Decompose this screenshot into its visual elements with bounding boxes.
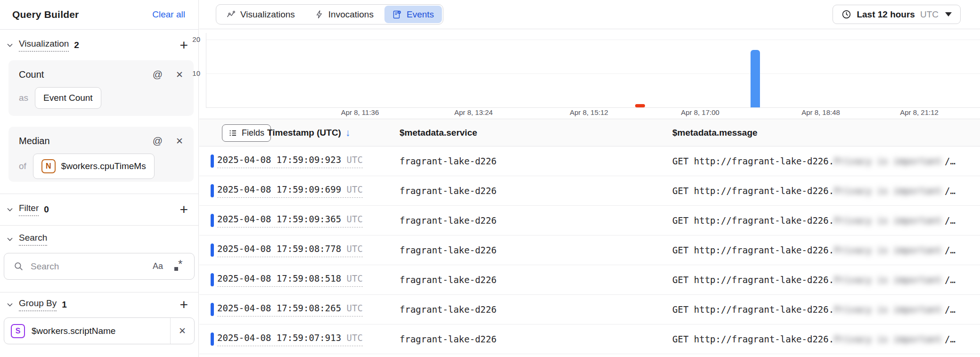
redacted-text: Privacy is important [834,245,942,255]
tab-invocations[interactable]: Invocations [305,5,384,24]
event-count-field-button[interactable]: Event Count [35,87,101,109]
tab-label: Invocations [328,9,374,20]
visualization-card-median: Median @ ✕ of N $workers.cpuTimeMs [8,127,194,182]
redacted-text: Privacy is important [834,186,942,196]
caret-down-icon [945,12,952,16]
clock-icon [841,9,851,19]
x-tick-label: Apr 8, 11:36 [327,108,393,116]
card-title: Median [19,136,153,146]
visualization-section-label[interactable]: Visualization [19,39,69,52]
time-range-selector[interactable]: Last 12 hours UTC [833,5,961,24]
page-title: Query Builder [12,9,79,20]
redacted-text: Privacy is important [834,215,942,226]
timestamp-cell[interactable]: 2025-04-08 17:59:07:913 UTC [217,333,363,346]
row-accent-bar [211,273,214,286]
search-box: Aa * [4,253,195,280]
visualization-count: 2 [74,40,79,50]
cpu-time-field-button[interactable]: N $workers.cpuTimeMs [33,154,155,179]
timestamp-cell[interactable]: 2025-04-08 17:59:09:365 UTC [217,214,363,227]
fields-button-label: Fields [242,128,264,138]
at-mention-icon[interactable]: @ [153,135,163,146]
x-axis-line [206,107,980,108]
field-value: $workers.cpuTimeMs [61,161,146,171]
tab-events[interactable]: Events [384,6,442,23]
field-value: Event Count [43,93,93,103]
remove-group-by-icon[interactable]: ✕ [171,325,194,336]
fields-button[interactable]: Fields [222,124,271,142]
table-row[interactable]: 2025-04-08 17:59:07:913 UTC fragrant-lak… [199,325,980,354]
group-by-field-value: $workers.scriptName [32,326,170,336]
add-filter-button[interactable]: + [180,203,188,217]
numeric-type-badge: N [41,159,56,173]
events-table-body: 2025-04-08 17:59:09:923 UTC fragrant-lak… [199,146,980,357]
table-row[interactable]: 2025-04-08 17:59:08:265 UTC fragrant-lak… [199,295,980,325]
group-by-item[interactable]: S $workers.scriptName ✕ [4,317,195,344]
sidebar-header: Query Builder Clear all [0,0,198,30]
x-tick-label: Apr 8, 15:12 [556,108,622,116]
redacted-text: Privacy is important [834,334,942,344]
message-cell: GET http://fragrant-lake-d226.Privacy is… [672,275,956,285]
close-icon[interactable]: ✕ [176,136,183,146]
column-header-timestamp[interactable]: Timestamp (UTC) ↓ [267,119,350,146]
service-cell: fragrant-lake-d226 [400,215,497,226]
table-row[interactable]: 2025-04-08 17:59:08:518 UTC fragrant-lak… [199,265,980,295]
column-header-service[interactable]: $metadata.service [400,119,477,146]
events-table-header: Fields Timestamp (UTC) ↓ $metadata.servi… [199,119,980,146]
search-section-label[interactable]: Search [19,233,47,246]
redacted-text: Privacy is important [834,156,942,166]
tab-visualizations[interactable]: Visualizations [216,5,305,24]
group-by-section-header: Group By 1 + [0,292,198,317]
tab-label: Events [407,9,434,20]
chart-bar-blue[interactable] [751,50,760,107]
at-mention-icon[interactable]: @ [153,69,163,80]
filter-section-label[interactable]: Filter [19,203,39,216]
x-tick-label: Apr 8, 17:00 [667,108,733,116]
x-tick-label: Apr 8, 18:48 [788,108,854,116]
table-row[interactable]: 2025-04-08 17:59:08:778 UTC fragrant-lak… [199,235,980,265]
search-input[interactable] [30,261,153,272]
service-cell: fragrant-lake-d226 [400,334,497,344]
chevron-down-icon[interactable] [6,235,14,243]
timestamp-cell[interactable]: 2025-04-08 17:59:09:923 UTC [217,154,363,168]
events-document-icon [392,10,402,19]
row-accent-bar [211,214,214,227]
tab-label: Visualizations [240,9,295,20]
message-cell: GET http://fragrant-lake-d226.Privacy is… [672,186,956,196]
table-row[interactable]: 2025-04-08 17:59:09:923 UTC fragrant-lak… [199,146,980,176]
timestamp-cell[interactable]: 2025-04-08 17:59:08:518 UTC [217,273,363,287]
regex-icon[interactable]: * [174,261,185,272]
redacted-text: Privacy is important [834,304,942,315]
query-builder-sidebar: Query Builder Clear all Visualization 2 … [0,0,199,357]
sort-descending-icon[interactable]: ↓ [345,127,351,138]
y-tick-label: 20 [172,35,200,43]
line-chart-icon [226,10,236,19]
field-list-icon [229,129,237,138]
group-by-section-label[interactable]: Group By [19,298,57,311]
table-row[interactable]: 2025-04-08 17:59:09:365 UTC fragrant-lak… [199,206,980,235]
column-header-message[interactable]: $metadata.message [672,119,758,146]
timestamp-cell[interactable]: 2025-04-08 17:59:09:699 UTC [217,184,363,198]
search-section-header: Search [0,226,198,253]
search-icon [14,261,24,271]
time-range-label: Last 12 hours [857,9,915,20]
time-range-timezone: UTC [920,9,939,20]
chevron-down-icon[interactable] [6,41,14,49]
chevron-down-icon[interactable] [6,205,14,214]
service-cell: fragrant-lake-d226 [400,245,497,255]
filter-count: 0 [44,204,49,215]
row-accent-bar [211,154,214,168]
timestamp-cell[interactable]: 2025-04-08 17:59:08:778 UTC [217,243,363,257]
match-case-icon[interactable]: Aa [153,261,163,271]
y-tick-label: 10 [172,69,200,77]
y-axis-line [206,33,206,107]
clear-all-link[interactable]: Clear all [152,9,185,20]
chevron-down-icon[interactable] [6,300,14,309]
card-title: Count [19,69,153,80]
message-cell: GET http://fragrant-lake-d226.Privacy is… [672,245,956,255]
as-label: as [19,93,28,103]
add-group-by-button[interactable]: + [180,298,188,312]
chart-bar-red[interactable] [635,104,645,107]
timestamp-cell[interactable]: 2025-04-08 17:59:08:265 UTC [217,303,363,316]
table-row[interactable]: 2025-04-08 17:59:09:699 UTC fragrant-lak… [199,176,980,206]
visualization-section-header: Visualization 2 + [0,30,198,60]
